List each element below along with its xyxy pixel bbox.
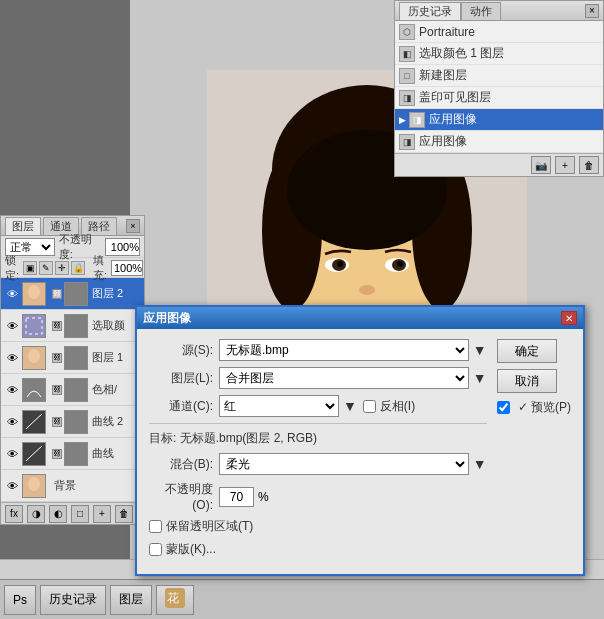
channel-select[interactable]: 红 xyxy=(219,395,339,417)
dialog-buttons: 确定 取消 ✓ 预览(P) xyxy=(497,339,571,564)
layers-panel-close-button[interactable]: × xyxy=(126,219,140,233)
history-item-label: 新建图层 xyxy=(419,67,467,84)
history-new-button[interactable]: + xyxy=(555,156,575,174)
tab-layers[interactable]: 图层 xyxy=(5,217,41,235)
lock-transparent-icon[interactable]: ▣ xyxy=(23,261,37,275)
mask-checkbox[interactable] xyxy=(149,543,162,556)
target-label: 目标: xyxy=(149,431,176,445)
layer-item[interactable]: 👁 ⛓ 曲线 2 xyxy=(1,406,144,438)
layers-adjustment-button[interactable]: ◐ xyxy=(49,505,67,523)
layer-item[interactable]: 👁 ⛓ 图层 1 xyxy=(1,342,144,374)
layer-thumbnail xyxy=(22,442,46,466)
history-icon-6: ◨ xyxy=(399,134,415,150)
tab-history[interactable]: 历史记录 xyxy=(399,2,461,20)
blend-select[interactable]: 柔光 xyxy=(219,453,469,475)
layer-item[interactable]: 👁 ⛓ 选取颜 xyxy=(1,310,144,342)
layer-mask-thumbnail xyxy=(64,410,88,434)
layer-eye-icon[interactable]: 👁 xyxy=(5,319,19,333)
history-delete-button[interactable]: 🗑 xyxy=(579,156,599,174)
svg-rect-23 xyxy=(23,379,45,401)
layer-label: 图层(L): xyxy=(149,370,219,387)
layer-eye-icon[interactable]: 👁 xyxy=(5,351,19,365)
layer-eye-icon[interactable]: 👁 xyxy=(5,415,19,429)
history-item[interactable]: ◨ 盖印可见图层 xyxy=(395,87,603,109)
layer-eye-icon[interactable]: 👁 xyxy=(5,383,19,397)
layer-item[interactable]: 👁 ⛓ 图层 2 xyxy=(1,278,144,310)
layer-thumbnail xyxy=(22,474,46,498)
layer-name: 图层 2 xyxy=(92,286,123,301)
target-value: 无标题.bmp(图层 2, RGB) xyxy=(180,431,317,445)
layer-mask-thumbnail xyxy=(64,346,88,370)
taskbar-ps-button[interactable]: Ps xyxy=(4,585,36,615)
layer-thumbnail xyxy=(22,314,46,338)
cancel-button[interactable]: 取消 xyxy=(497,369,557,393)
opacity-value-input[interactable] xyxy=(219,487,254,507)
fill-input[interactable] xyxy=(111,260,143,276)
history-item-label: Portraiture xyxy=(419,25,475,39)
svg-point-22 xyxy=(28,349,40,363)
layer-item[interactable]: 👁 背景 xyxy=(1,470,144,502)
history-icon-4: ◨ xyxy=(399,90,415,106)
taskbar-actions-button[interactable]: 花 xyxy=(156,585,194,615)
layer-chain-icon[interactable]: ⛓ xyxy=(52,449,62,459)
layers-panel: 图层 通道 路径 × 正常 不透明度: 锁定: ▣ ✎ ✛ 🔒 填充: 👁 ⛓ … xyxy=(0,215,145,525)
layers-new-button[interactable]: + xyxy=(93,505,111,523)
history-panel-close-button[interactable]: × xyxy=(585,4,599,18)
dialog-body: 源(S): 无标题.bmp ▼ 图层(L): 合并图层 ▼ 通道(C): 红 xyxy=(137,329,583,574)
preview-checkbox[interactable] xyxy=(497,401,510,414)
preserve-checkbox[interactable] xyxy=(149,520,162,533)
layer-item[interactable]: 👁 ⛓ 色相/ xyxy=(1,374,144,406)
source-row: 源(S): 无标题.bmp ▼ xyxy=(149,339,487,361)
layer-chain-icon[interactable]: ⛓ xyxy=(52,385,62,395)
layer-item[interactable]: 👁 ⛓ 曲线 xyxy=(1,438,144,470)
taskbar-history-label: 历史记录 xyxy=(49,591,97,608)
layer-chain-icon[interactable]: ⛓ xyxy=(52,353,62,363)
layer-select[interactable]: 合并图层 xyxy=(219,367,469,389)
lock-all-icon[interactable]: 🔒 xyxy=(71,261,85,275)
opacity-percent: % xyxy=(258,490,269,504)
layers-mask-button[interactable]: ◑ xyxy=(27,505,45,523)
svg-point-27 xyxy=(28,477,40,491)
dialog-close-button[interactable]: ✕ xyxy=(561,311,577,325)
preview-label: ✓ 预览(P) xyxy=(518,399,571,416)
history-snapshot-button[interactable]: 📷 xyxy=(531,156,551,174)
history-item[interactable]: ⬡ Portraiture xyxy=(395,21,603,43)
history-item-label: 选取颜色 1 图层 xyxy=(419,45,504,62)
preview-row: ✓ 预览(P) xyxy=(497,399,571,416)
history-icon-1: ⬡ xyxy=(399,24,415,40)
tab-actions[interactable]: 动作 xyxy=(461,2,501,20)
layer-thumbnail xyxy=(22,410,46,434)
taskbar-history-button[interactable]: 历史记录 xyxy=(40,585,106,615)
opacity-row: 不透明度(O): % xyxy=(149,481,487,512)
layer-eye-icon[interactable]: 👁 xyxy=(5,447,19,461)
source-select[interactable]: 无标题.bmp xyxy=(219,339,469,361)
ok-button[interactable]: 确定 xyxy=(497,339,557,363)
opacity-input[interactable] xyxy=(105,238,140,256)
history-item[interactable]: ◨ 应用图像 xyxy=(395,131,603,153)
lock-move-icon[interactable]: ✛ xyxy=(55,261,69,275)
layers-style-button[interactable]: fx xyxy=(5,505,23,523)
layers-lock-row: 锁定: ▣ ✎ ✛ 🔒 填充: xyxy=(1,258,144,278)
history-items-list: ⬡ Portraiture ◧ 选取颜色 1 图层 □ 新建图层 ◨ 盖印可见图… xyxy=(395,21,603,153)
reverse-label: 反相(I) xyxy=(380,398,415,415)
preserve-row: 保留透明区域(T) xyxy=(149,518,487,535)
layer-chain-icon[interactable]: ⛓ xyxy=(52,321,62,331)
layer-name: 曲线 2 xyxy=(92,414,123,429)
blend-row: 混合(B): 柔光 ▼ xyxy=(149,453,487,475)
layer-thumbnail xyxy=(22,282,46,306)
layers-group-button[interactable]: □ xyxy=(71,505,89,523)
layer-eye-icon[interactable]: 👁 xyxy=(5,479,19,493)
lock-paint-icon[interactable]: ✎ xyxy=(39,261,53,275)
history-item[interactable]: □ 新建图层 xyxy=(395,65,603,87)
layer-chain-icon[interactable]: ⛓ xyxy=(52,289,62,299)
layer-eye-icon[interactable]: 👁 xyxy=(5,287,19,301)
layer-chain-icon[interactable]: ⛓ xyxy=(52,417,62,427)
history-tabs: 历史记录 动作 xyxy=(399,2,501,20)
reverse-checkbox[interactable] xyxy=(363,400,376,413)
svg-text:花: 花 xyxy=(167,591,179,605)
layers-delete-button[interactable]: 🗑 xyxy=(115,505,133,523)
history-item-active[interactable]: ▶ ◨ 应用图像 xyxy=(395,109,603,131)
taskbar-layers-button[interactable]: 图层 xyxy=(110,585,152,615)
taskbar-ps-icon: Ps xyxy=(13,593,27,607)
history-item[interactable]: ◧ 选取颜色 1 图层 xyxy=(395,43,603,65)
